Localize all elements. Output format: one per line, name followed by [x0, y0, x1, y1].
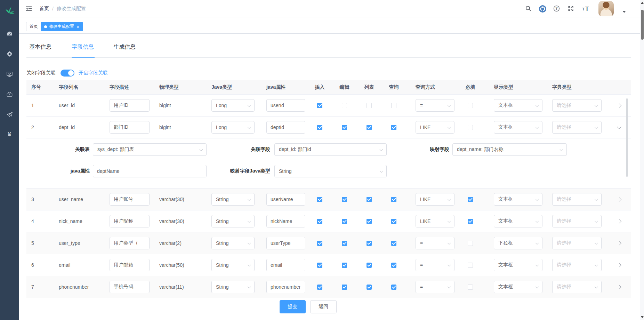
query_type-select[interactable]: LIKE [416, 193, 454, 206]
required-checkbox[interactable] [468, 263, 473, 268]
list-checkbox[interactable] [367, 263, 372, 268]
html_type-select[interactable]: 文本框 [494, 193, 542, 206]
table-scrollbar[interactable] [626, 98, 628, 177]
html_type-select[interactable]: 文本框 [494, 121, 542, 134]
edit-checkbox[interactable] [342, 241, 347, 246]
fullscreen-button[interactable] [567, 5, 574, 13]
java_type-select[interactable]: String [211, 215, 255, 227]
required-checkbox[interactable] [468, 197, 473, 202]
description-input[interactable]: 部门ID [110, 121, 150, 134]
edit-checkbox[interactable] [342, 103, 347, 108]
sidebar-item-monitor[interactable] [0, 64, 19, 84]
edit-checkbox[interactable] [342, 263, 347, 268]
java_field-input[interactable]: phonenumber [266, 281, 305, 293]
java_field-input[interactable]: userType [266, 237, 305, 249]
query_type-select[interactable]: = [416, 281, 454, 293]
tag-home[interactable]: 首页 [26, 22, 41, 31]
required-checkbox[interactable] [468, 219, 473, 224]
dict_type-select[interactable]: 请选择 [552, 259, 602, 271]
insert-checkbox[interactable] [317, 285, 322, 290]
dict_type-select[interactable]: 请选择 [552, 99, 602, 112]
edit-checkbox[interactable] [342, 125, 347, 130]
description-input[interactable]: 用户邮箱 [110, 259, 150, 271]
sidebar-item-dashboard[interactable] [0, 24, 19, 44]
user-avatar[interactable] [598, 1, 614, 16]
java_type-select[interactable]: Long [211, 121, 255, 134]
tab-gen-info[interactable]: 生成信息 [113, 43, 136, 51]
scroll-down-icon[interactable] [641, 316, 644, 318]
insert-checkbox[interactable] [317, 125, 322, 130]
tab-field-info[interactable]: 字段信息 [72, 43, 94, 51]
java_type-select[interactable]: String [211, 237, 255, 249]
github-link[interactable] [539, 5, 547, 14]
java_field-input[interactable]: deptId [266, 121, 305, 134]
list-checkbox[interactable] [367, 285, 372, 290]
query_type-select[interactable]: LIKE [416, 215, 454, 227]
java_field-input[interactable]: userName [266, 193, 305, 206]
description-input[interactable]: 用户账号 [110, 193, 150, 206]
insert-checkbox[interactable] [317, 103, 322, 108]
user-menu-caret-icon[interactable] [622, 11, 626, 13]
html_type-select[interactable]: 下拉框 [494, 237, 542, 249]
expand-row-icon[interactable] [617, 197, 621, 202]
query-checkbox[interactable] [391, 219, 396, 224]
edit-checkbox[interactable] [342, 197, 347, 202]
back-button[interactable]: 返回 [310, 300, 337, 313]
insert-checkbox[interactable] [317, 219, 322, 224]
tab-basic-info[interactable]: 基本信息 [29, 43, 51, 51]
insert-checkbox[interactable] [317, 197, 322, 202]
query-checkbox[interactable] [391, 285, 396, 290]
edit-checkbox[interactable] [342, 219, 347, 224]
tag-close-icon[interactable]: × [77, 24, 79, 29]
html_type-select[interactable]: 文本框 [494, 215, 542, 227]
query-checkbox[interactable] [391, 103, 396, 108]
dict_type-select[interactable]: 请选择 [552, 193, 602, 206]
description-input[interactable]: 手机号码 [110, 281, 150, 293]
dict_type-select[interactable]: 请选择 [552, 281, 602, 293]
expand-row-icon[interactable] [617, 263, 621, 267]
required-checkbox[interactable] [468, 285, 473, 290]
insert-checkbox[interactable] [317, 263, 322, 268]
window-scrollbar[interactable] [640, 0, 644, 320]
description-input[interactable]: 用户类型（ [110, 237, 150, 249]
sidebar-collapse-icon[interactable] [25, 6, 32, 13]
query-checkbox[interactable] [391, 241, 396, 246]
html_type-select[interactable]: 文本框 [494, 281, 542, 293]
html_type-select[interactable]: 文本框 [494, 259, 542, 271]
insert-checkbox[interactable] [317, 241, 322, 246]
java_type-select[interactable]: String [211, 281, 255, 293]
search-button[interactable] [525, 5, 532, 13]
dict_type-select[interactable]: 请选择 [552, 237, 602, 249]
app-logo[interactable] [0, 0, 19, 17]
query_type-select[interactable]: = [416, 237, 454, 249]
sidebar-item-pay[interactable]: ¥ [0, 125, 19, 145]
font-size-button[interactable]: T T [582, 5, 591, 13]
java-attribute-input[interactable]: deptName [93, 165, 207, 177]
java_type-select[interactable]: String [211, 193, 255, 206]
html_type-select[interactable]: 文本框 [494, 99, 542, 112]
expand-row-icon[interactable] [617, 241, 621, 246]
query-checkbox[interactable] [391, 263, 396, 268]
query_type-select[interactable]: = [416, 259, 454, 271]
toggle-on-label[interactable]: 开启字段关联 [79, 70, 108, 76]
dict_type-select[interactable]: 请选择 [552, 121, 602, 134]
sidebar-item-system[interactable] [0, 44, 19, 64]
help-button[interactable]: ? [553, 5, 560, 13]
description-input[interactable]: 用户ID [110, 99, 150, 112]
expand-row-icon[interactable] [617, 285, 621, 289]
list-checkbox[interactable] [367, 219, 372, 224]
relation-field-select[interactable]: dept_id: 部门id [274, 143, 387, 156]
query_type-select[interactable]: LIKE [416, 121, 454, 134]
java_field-input[interactable]: userId [266, 99, 305, 112]
scrollbar-thumb[interactable] [641, 10, 644, 40]
relation-table-select[interactable]: sys_dept: 部门表 [93, 143, 207, 156]
required-checkbox[interactable] [468, 125, 473, 130]
required-checkbox[interactable] [468, 241, 473, 246]
query-checkbox[interactable] [391, 125, 396, 130]
java_type-select[interactable]: Long [211, 99, 255, 112]
list-checkbox[interactable] [367, 241, 372, 246]
description-input[interactable]: 用户昵称 [110, 215, 150, 227]
collapse-row-icon[interactable] [617, 125, 621, 129]
sidebar-item-guide[interactable] [0, 104, 19, 125]
sidebar-item-tool[interactable] [0, 84, 19, 104]
